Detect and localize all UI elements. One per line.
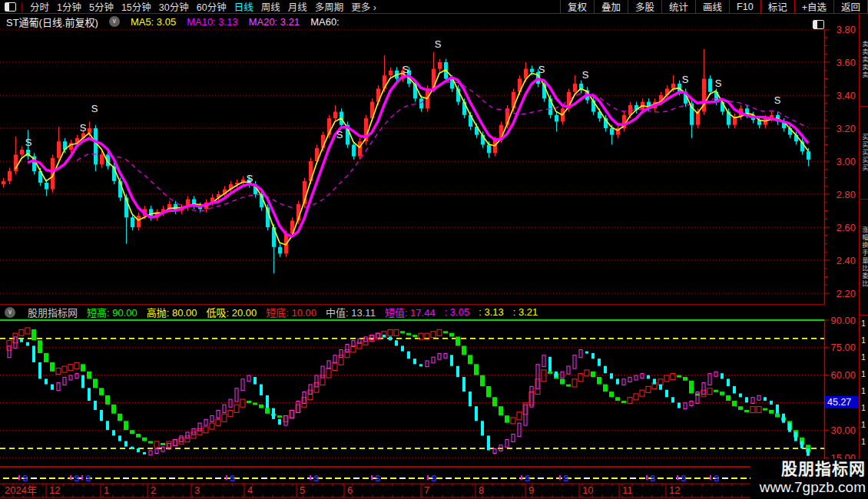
svg-text:12: 12	[669, 484, 680, 496]
svg-text:60.00: 60.00	[830, 369, 856, 381]
period-tab-1[interactable]: 1分钟	[57, 0, 81, 14]
period-tabs: 分时1分钟5分钟15分钟30分钟60分钟日线周线月线多周期更多 ›	[0, 0, 376, 14]
svg-text:2.40: 2.40	[837, 255, 856, 266]
period-tab-10[interactable]: 更多 ›	[351, 0, 376, 14]
svg-text:S: S	[682, 74, 689, 85]
svg-text:S: S	[681, 474, 686, 483]
svg-text:S: S	[91, 103, 98, 114]
ma20-dashed-line	[77, 81, 808, 211]
toolbar-button-1[interactable]: 叠加	[594, 0, 628, 13]
indicator-param-2: 低吸: 20.00	[207, 305, 257, 319]
collapsed-side-panel[interactable]: 卖卖卖卖卖买买买买买涨幅换手量比委比1 1 1 1 1 1 1 1	[859, 14, 868, 499]
toolbar-button-6[interactable]: 标记	[760, 0, 794, 13]
watermark-site-name: 股朋指标网	[750, 459, 866, 479]
svg-text:S: S	[22, 474, 28, 483]
svg-text:S: S	[375, 474, 380, 483]
toolbar-actions: 复权叠加多股统计画线F10标记+自选返回	[560, 0, 868, 13]
svg-text:4: 4	[247, 484, 253, 496]
indicator-param-4: 中值: 13.11	[326, 305, 376, 319]
watermark: 股朋指标网 www.7gpzb.com	[750, 459, 868, 499]
main-price-chart: SSSSSSSSSSSS	[2, 38, 810, 273]
collapse-chevron-icon[interactable]	[109, 16, 120, 27]
toolbar-button-4[interactable]: 画线	[695, 0, 729, 13]
stock-title: ST通葡(日线.前复权)	[6, 15, 98, 29]
svg-text:3.20: 3.20	[837, 123, 856, 134]
indicator-param-8: : 3.21	[513, 306, 538, 318]
panel-toggle-left[interactable]	[5, 2, 22, 12]
svg-text:3.40: 3.40	[837, 90, 856, 101]
indicator-param-1: 高抛: 80.00	[147, 305, 197, 319]
period-tab-5[interactable]: 60分钟	[197, 0, 227, 14]
window-split-icon	[813, 20, 824, 29]
svg-text:30.00: 30.00	[830, 425, 856, 436]
indicator-param-6: : 3.05	[445, 306, 470, 318]
svg-text:2.80: 2.80	[837, 189, 856, 200]
period-tab-6[interactable]: 日线	[234, 0, 253, 14]
toolbar-button-8[interactable]: 返回	[833, 0, 868, 13]
indicator-param-7: : 3.13	[479, 306, 504, 318]
indicator-param-5: 短值: 17.44	[385, 305, 436, 319]
period-tab-8[interactable]: 月线	[288, 0, 307, 14]
svg-text:S: S	[25, 137, 32, 148]
svg-text:S: S	[313, 474, 319, 483]
svg-text:3.80: 3.80	[837, 24, 856, 35]
period-tab-9[interactable]: 多周期	[315, 0, 344, 14]
svg-text:S: S	[80, 122, 87, 134]
indicator-panel: 90.0075.0060.0045.0030.0015.0045.27	[0, 315, 858, 468]
indicator-header: 股朋指标网 短高: 90.00高抛: 80.00低吸: 20.00短底: 10.…	[0, 305, 828, 319]
indicator-name: 股朋指标网	[28, 305, 78, 319]
panel-toggle-right[interactable]	[813, 18, 824, 32]
signal-strip: SSSSSSSSSSSS	[3, 474, 820, 483]
svg-text:S: S	[582, 69, 589, 81]
svg-text:S: S	[247, 173, 253, 184]
svg-text:S: S	[403, 64, 409, 75]
indicator-param-3: 短底: 10.00	[266, 305, 316, 319]
svg-text:S: S	[563, 474, 568, 483]
app-window: { "toolbar": { "left_items": [ {"label":…	[0, 0, 868, 499]
svg-text:5: 5	[300, 484, 305, 496]
svg-text:8: 8	[479, 484, 484, 496]
ma-label-1: MA10: 3.13	[187, 16, 238, 28]
period-tab-3[interactable]: 15分钟	[121, 0, 151, 14]
window-split-icon	[5, 2, 16, 12]
period-tab-7[interactable]: 周线	[261, 0, 280, 14]
ma10-line	[28, 76, 808, 236]
toolbar-button-2[interactable]: 多股	[628, 0, 661, 13]
indicator-param-0: 短高: 90.00	[87, 305, 137, 319]
svg-text:12: 12	[49, 484, 60, 496]
main-gridlines	[0, 29, 824, 305]
svg-text:11: 11	[622, 484, 633, 496]
ma-label-0: MA5: 3.05	[131, 16, 176, 28]
side-strip-text-2: 涨幅换手量比委比	[860, 200, 868, 316]
svg-text:3: 3	[194, 484, 200, 496]
toolbar-button-3[interactable]: 统计	[661, 0, 695, 13]
toolbar-button-5[interactable]: F10	[729, 0, 760, 13]
svg-text:2024年: 2024年	[5, 484, 37, 496]
period-tab-4[interactable]: 30分钟	[159, 0, 189, 14]
top-toolbar: 分时1分钟5分钟15分钟30分钟60分钟日线周线月线多周期更多 › 复权叠加多股…	[0, 0, 868, 14]
svg-text:S: S	[774, 94, 781, 106]
svg-text:S: S	[714, 474, 719, 483]
timeline: 2024年12123456789101112	[0, 484, 824, 497]
svg-text:2.60: 2.60	[837, 222, 856, 233]
svg-text:S: S	[85, 474, 91, 483]
period-tab-0[interactable]: 分时	[30, 0, 49, 14]
svg-text:6: 6	[347, 484, 353, 496]
svg-text:3.60: 3.60	[837, 57, 856, 68]
svg-text:S: S	[336, 129, 343, 140]
svg-text:S: S	[715, 78, 722, 89]
ma-label-3: MA60:	[310, 16, 340, 28]
chart-canvas[interactable]: 3.803.603.403.203.002.802.602.402.20SSSS…	[0, 0, 868, 499]
watermark-url: www.7gpzb.com	[750, 479, 866, 496]
svg-text:S: S	[74, 474, 79, 483]
period-tab-2[interactable]: 5分钟	[89, 0, 114, 14]
toolbar-button-7[interactable]: +自选	[794, 0, 833, 13]
svg-text:7: 7	[424, 484, 429, 496]
side-strip-text-0: 卖卖卖卖卖	[860, 14, 868, 107]
svg-text:S: S	[525, 474, 530, 483]
collapse-chevron-icon[interactable]	[5, 307, 15, 318]
toolbar-button-0[interactable]: 复权	[560, 0, 594, 13]
svg-text:9: 9	[528, 484, 534, 496]
svg-text:3.00: 3.00	[837, 156, 856, 167]
svg-text:S: S	[650, 474, 655, 483]
